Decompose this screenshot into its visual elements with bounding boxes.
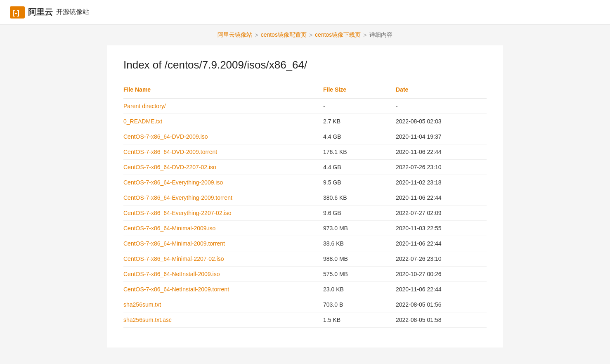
file-link[interactable]: Parent directory/ xyxy=(123,103,166,109)
svg-text:[-]: [-] xyxy=(13,9,19,16)
file-date: 2022-08-05 01:56 xyxy=(396,297,487,312)
file-size: 973.0 MB xyxy=(323,221,396,236)
table-row: CentOS-7-x86_64-Minimal-2207-02.iso988.0… xyxy=(123,251,487,267)
col-header-size: File Size xyxy=(323,83,396,98)
file-link[interactable]: CentOS-7-x86_64-Everything-2009.torrent xyxy=(123,194,232,201)
table-row: sha256sum.txt703.0 B2022-08-05 01:56 xyxy=(123,297,487,312)
file-size: 4.4 GB xyxy=(323,129,396,144)
file-date: 2022-07-26 23:10 xyxy=(396,160,487,175)
breadcrumb: 阿里云镜像站 > centos镜像配置页 > centos镜像下载页 > 详细内… xyxy=(218,31,392,39)
table-row: CentOS-7-x86_64-DVD-2009.iso4.4 GB2020-1… xyxy=(123,129,487,144)
file-link[interactable]: sha256sum.txt xyxy=(123,301,161,308)
table-row: Parent directory/-- xyxy=(123,98,487,114)
file-date: 2022-08-05 01:58 xyxy=(396,312,487,328)
table-row: CentOS-7-x86_64-Everything-2207-02.iso9.… xyxy=(123,206,487,221)
table-row: CentOS-7-x86_64-DVD-2009.torrent176.1 KB… xyxy=(123,144,487,160)
file-date: - xyxy=(396,98,487,114)
aliyun-logo-icon: [-] xyxy=(10,5,25,20)
breadcrumb-separator-0: > xyxy=(255,32,258,38)
file-link[interactable]: CentOS-7-x86_64-DVD-2207-02.iso xyxy=(123,164,216,170)
file-date: 2020-10-27 00:26 xyxy=(396,267,487,282)
file-size: 703.0 B xyxy=(323,297,396,312)
file-link[interactable]: CentOS-7-x86_64-Minimal-2207-02.iso xyxy=(123,255,224,262)
file-date: 2022-08-05 02:03 xyxy=(396,114,487,129)
file-table: File Name File Size Date Parent director… xyxy=(123,83,487,328)
file-date: 2020-11-03 22:55 xyxy=(396,221,487,236)
file-size: - xyxy=(323,98,396,114)
file-size: 2.7 KB xyxy=(323,114,396,129)
file-size: 1.5 KB xyxy=(323,312,396,328)
table-row: CentOS-7-x86_64-NetInstall-2009.iso575.0… xyxy=(123,267,487,282)
file-size: 176.1 KB xyxy=(323,144,396,160)
table-row: 0_README.txt2.7 KB2022-08-05 02:03 xyxy=(123,114,487,129)
file-link[interactable]: CentOS-7-x86_64-Minimal-2009.iso xyxy=(123,225,215,232)
file-date: 2020-11-06 22:44 xyxy=(396,190,487,206)
file-size: 9.5 GB xyxy=(323,175,396,190)
table-row: sha256sum.txt.asc1.5 KB2022-08-05 01:58 xyxy=(123,312,487,328)
file-size: 9.6 GB xyxy=(323,206,396,221)
file-date: 2022-07-27 02:09 xyxy=(396,206,487,221)
file-link[interactable]: 0_README.txt xyxy=(123,118,162,125)
table-row: CentOS-7-x86_64-NetInstall-2009.torrent2… xyxy=(123,282,487,297)
file-link[interactable]: CentOS-7-x86_64-NetInstall-2009.iso xyxy=(123,271,220,277)
breadcrumb-link-0[interactable]: 阿里云镜像站 xyxy=(218,31,252,39)
file-size: 4.4 GB xyxy=(323,160,396,175)
file-size: 380.6 KB xyxy=(323,190,396,206)
file-date: 2020-11-06 22:44 xyxy=(396,282,487,297)
breadcrumb-separator-1: > xyxy=(309,32,312,38)
table-row: CentOS-7-x86_64-Everything-2009.torrent3… xyxy=(123,190,487,206)
file-date: 2020-11-04 19:37 xyxy=(396,129,487,144)
file-date: 2020-11-06 22:44 xyxy=(396,144,487,160)
col-header-date: Date xyxy=(396,83,487,98)
breadcrumb-link-1[interactable]: centos镜像配置页 xyxy=(261,31,307,39)
file-size: 23.0 KB xyxy=(323,282,396,297)
logo-area: [-] 阿里云 开源镜像站 xyxy=(10,5,89,20)
table-row: CentOS-7-x86_64-Everything-2009.iso9.5 G… xyxy=(123,175,487,190)
file-link[interactable]: CentOS-7-x86_64-Everything-2207-02.iso xyxy=(123,210,231,216)
breadcrumb-separator-2: > xyxy=(363,32,366,38)
file-link[interactable]: CentOS-7-x86_64-DVD-2009.torrent xyxy=(123,149,217,155)
file-date: 2022-07-26 23:10 xyxy=(396,251,487,267)
table-row: CentOS-7-x86_64-Minimal-2009.torrent38.6… xyxy=(123,236,487,251)
site-header: [-] 阿里云 开源镜像站 xyxy=(0,0,610,25)
file-size: 38.6 KB xyxy=(323,236,396,251)
logo-text: 阿里云 xyxy=(28,7,53,18)
table-row: CentOS-7-x86_64-Minimal-2009.iso973.0 MB… xyxy=(123,221,487,236)
page-title: Index of /centos/7.9.2009/isos/x86_64/ xyxy=(123,59,487,71)
table-row: CentOS-7-x86_64-DVD-2207-02.iso4.4 GB202… xyxy=(123,160,487,175)
file-size: 988.0 MB xyxy=(323,251,396,267)
table-header-row: File Name File Size Date xyxy=(123,83,487,98)
main-content: Index of /centos/7.9.2009/isos/x86_64/ F… xyxy=(107,45,503,347)
file-link[interactable]: CentOS-7-x86_64-DVD-2009.iso xyxy=(123,133,208,140)
file-size: 575.0 MB xyxy=(323,267,396,282)
file-link[interactable]: CentOS-7-x86_64-NetInstall-2009.torrent xyxy=(123,286,229,293)
file-date: 2020-11-02 23:18 xyxy=(396,175,487,190)
file-link[interactable]: sha256sum.txt.asc xyxy=(123,317,172,323)
breadcrumb-current: 详细内容 xyxy=(369,31,392,39)
site-title: 开源镜像站 xyxy=(56,8,89,17)
col-header-name: File Name xyxy=(123,83,323,98)
breadcrumb-link-2[interactable]: centos镜像下载页 xyxy=(315,31,361,39)
file-link[interactable]: CentOS-7-x86_64-Minimal-2009.torrent xyxy=(123,240,225,247)
file-date: 2020-11-06 22:44 xyxy=(396,236,487,251)
breadcrumb-area: 阿里云镜像站 > centos镜像配置页 > centos镜像下载页 > 详细内… xyxy=(0,25,610,45)
file-link[interactable]: CentOS-7-x86_64-Everything-2009.iso xyxy=(123,179,223,186)
